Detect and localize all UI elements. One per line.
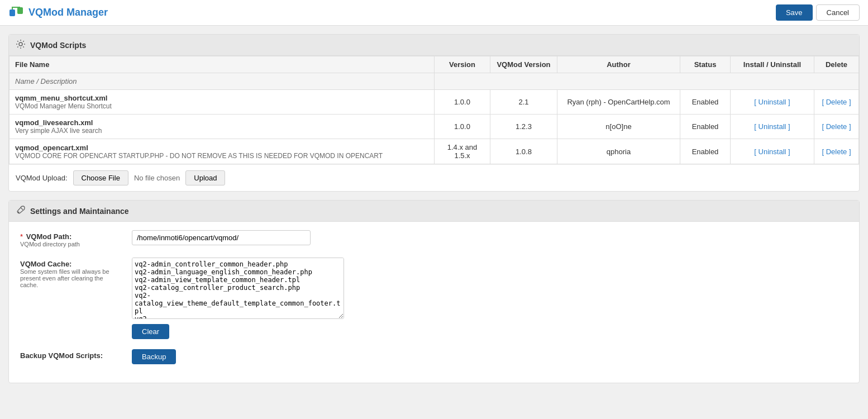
vqmod-path-input-col xyxy=(132,230,848,245)
file-cell: vqmod_livesearch.xml Very simple AJAX li… xyxy=(9,115,435,139)
vqmod-cache-label-col: VQMod Cache: Some system files will alwa… xyxy=(20,258,132,288)
backup-input-col: Backup xyxy=(132,349,848,364)
delete-cell[interactable]: [ Delete ] xyxy=(814,139,859,164)
scripts-table: File Name Version VQMod Version Author S xyxy=(9,56,859,164)
delete-link[interactable]: [ Delete ] xyxy=(822,147,851,156)
title-area: VQMod Manager xyxy=(8,5,108,21)
scripts-section-header: VQMod Scripts xyxy=(9,35,859,56)
uninstall-link[interactable]: [ Uninstall ] xyxy=(754,122,790,131)
settings-section: Settings and Maintainance * VQMod Path: … xyxy=(8,200,860,383)
uninstall-cell[interactable]: [ Uninstall ] xyxy=(731,139,814,164)
file-name: vqmm_menu_shortcut.xml xyxy=(15,94,428,102)
vqmod-path-sublabel: VQMod directory path xyxy=(20,241,132,247)
vqmod-cache-input-col: Clear xyxy=(132,258,848,339)
svg-point-2 xyxy=(19,42,22,46)
uninstall-cell[interactable]: [ Uninstall ] xyxy=(731,115,814,139)
upload-row: VQMod Upload: Choose File No file chosen… xyxy=(9,164,859,191)
uninstall-link[interactable]: [ Uninstall ] xyxy=(754,98,790,106)
col-namedesc-header: Name / Description xyxy=(9,73,435,90)
settings-section-header: Settings and Maintainance xyxy=(9,201,859,222)
vqmod-path-label-col: * VQMod Path: VQMod directory path xyxy=(20,230,132,247)
col-file-header: File Name xyxy=(9,56,435,73)
svg-point-3 xyxy=(18,212,20,213)
upload-label: VQMod Upload: xyxy=(16,174,68,182)
table-row: vqmod_opencart.xml VQMOD CORE FOR OPENCA… xyxy=(9,139,859,164)
file-cell: vqmm_menu_shortcut.xml VQMod Manager Men… xyxy=(9,90,435,115)
page-header: VQMod Manager Save Cancel xyxy=(0,0,868,26)
delete-cell[interactable]: [ Delete ] xyxy=(814,90,859,115)
main-content: VQMod Scripts File Name Version VQMod Ve… xyxy=(0,26,868,400)
vqmod-path-label: VQMod Path: xyxy=(26,232,72,241)
vqmod-cache-textarea[interactable] xyxy=(132,258,344,319)
vqmod-version-cell: 1.2.3 xyxy=(490,115,557,139)
uninstall-link[interactable]: [ Uninstall ] xyxy=(754,147,790,156)
file-desc: VQMod Manager Menu Shortcut xyxy=(15,102,428,110)
gear-icon xyxy=(16,39,26,51)
delete-link[interactable]: [ Delete ] xyxy=(822,98,851,106)
no-file-label: No file chosen xyxy=(134,174,180,182)
backup-label: Backup VQMod Scripts: xyxy=(20,351,103,360)
svg-rect-0 xyxy=(9,9,15,16)
version-cell: 1.0.0 xyxy=(435,115,490,139)
col-author-header: Author xyxy=(557,56,680,73)
status-cell: Enabled xyxy=(680,115,731,139)
backup-button[interactable]: Backup xyxy=(132,349,176,364)
file-name: vqmod_opencart.xml xyxy=(15,144,428,152)
col-vqmod-version-header: VQMod Version xyxy=(490,56,557,73)
version-cell: 1.0.0 xyxy=(435,90,490,115)
settings-section-body: * VQMod Path: VQMod directory path VQMod… xyxy=(9,222,859,383)
backup-label-col: Backup VQMod Scripts: xyxy=(20,349,132,360)
scripts-section-body: File Name Version VQMod Version Author S xyxy=(9,56,859,191)
vqmod-logo-icon xyxy=(8,5,24,21)
wrench-icon xyxy=(16,205,26,217)
vqmod-path-input[interactable] xyxy=(132,230,311,245)
choose-file-button[interactable]: Choose File xyxy=(73,170,128,185)
vqmod-path-row: * VQMod Path: VQMod directory path xyxy=(20,230,848,247)
svg-rect-1 xyxy=(17,7,23,14)
required-star: * xyxy=(20,232,23,241)
vqmod-cache-row: VQMod Cache: Some system files will alwa… xyxy=(20,258,848,339)
vqmod-cache-label: VQMod Cache: xyxy=(20,260,71,268)
settings-section-title: Settings and Maintainance xyxy=(30,207,129,216)
vqmod-version-cell: 1.0.8 xyxy=(490,139,557,164)
clear-button[interactable]: Clear xyxy=(132,324,169,339)
col-delete-header: Delete xyxy=(814,56,859,73)
cancel-button[interactable]: Cancel xyxy=(816,4,860,21)
sub-header-spacer xyxy=(435,73,859,90)
table-row: vqmod_livesearch.xml Very simple AJAX li… xyxy=(9,115,859,139)
file-name: vqmod_livesearch.xml xyxy=(15,118,428,127)
status-cell: Enabled xyxy=(680,90,731,115)
upload-button[interactable]: Upload xyxy=(185,170,225,185)
file-desc: VQMOD CORE FOR OPENCART STARTUP.PHP - DO… xyxy=(15,152,428,160)
author-cell: qphoria xyxy=(557,139,680,164)
scripts-section: VQMod Scripts File Name Version VQMod Ve… xyxy=(8,34,860,192)
scripts-section-title: VQMod Scripts xyxy=(30,41,86,50)
uninstall-cell[interactable]: [ Uninstall ] xyxy=(731,90,814,115)
status-cell: Enabled xyxy=(680,139,731,164)
file-desc: Very simple AJAX live search xyxy=(15,127,428,135)
page-title: VQMod Manager xyxy=(28,7,108,18)
vqmod-cache-sublabel: Some system files will always be present… xyxy=(20,268,109,288)
delete-cell[interactable]: [ Delete ] xyxy=(814,115,859,139)
author-cell: Ryan (rph) - OpenCartHelp.com xyxy=(557,90,680,115)
vqmod-version-cell: 2.1 xyxy=(490,90,557,115)
col-status-header: Status xyxy=(680,56,731,73)
delete-link[interactable]: [ Delete ] xyxy=(822,122,851,131)
col-version-header: Version xyxy=(435,56,490,73)
save-button[interactable]: Save xyxy=(776,4,813,21)
author-cell: n[oO]ne xyxy=(557,115,680,139)
table-row: vqmm_menu_shortcut.xml VQMod Manager Men… xyxy=(9,90,859,115)
version-cell: 1.4.x and 1.5.x xyxy=(435,139,490,164)
file-cell: vqmod_opencart.xml VQMOD CORE FOR OPENCA… xyxy=(9,139,435,164)
svg-line-4 xyxy=(21,208,23,210)
header-buttons: Save Cancel xyxy=(776,4,860,21)
col-install-header: Install / Uninstall xyxy=(731,56,814,73)
backup-row: Backup VQMod Scripts: Backup xyxy=(20,349,848,364)
